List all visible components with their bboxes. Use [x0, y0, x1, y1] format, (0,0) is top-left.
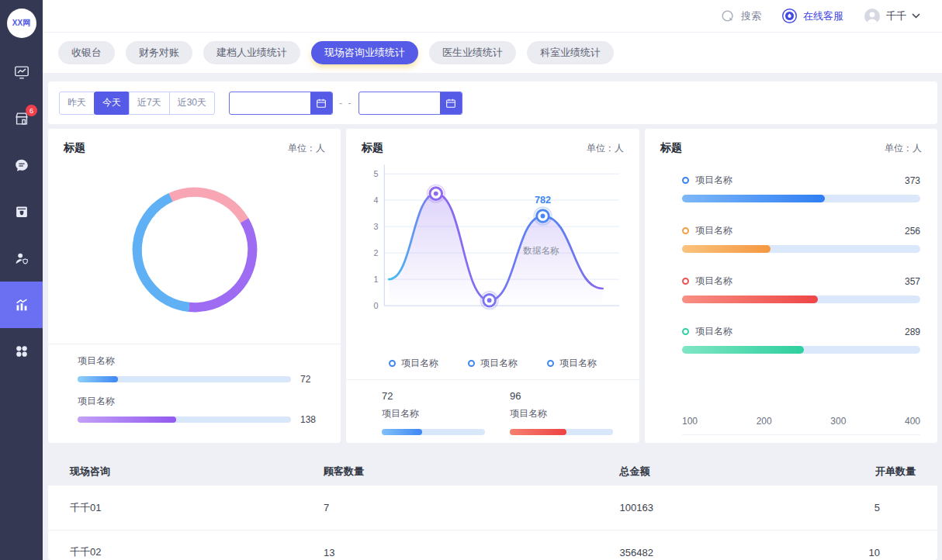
cell-customers: 7 — [324, 502, 620, 513]
end-date-input[interactable] — [359, 97, 434, 109]
hbar-value: 373 — [905, 175, 920, 186]
stat-block: 96 项目名称 — [510, 390, 613, 435]
axis-tick: 400 — [905, 416, 920, 427]
sidebar-item-store[interactable]: 6 — [0, 95, 43, 142]
calendar-icon — [315, 97, 327, 109]
search-icon — [720, 9, 736, 24]
sidebar-item-statistics[interactable] — [0, 282, 43, 328]
online-service-button[interactable]: 在线客服 — [781, 8, 843, 24]
legend-label: 项目名称 — [559, 357, 597, 370]
content: 昨天 今天 近7天 近30天 - - — [43, 73, 942, 560]
hbar-axis: 100 200 300 400 — [682, 416, 920, 435]
user-audit-icon — [13, 250, 30, 267]
legend-item[interactable]: 项目名称 — [468, 357, 518, 370]
legend-dot-icon — [682, 227, 689, 234]
progress-fill — [78, 417, 176, 423]
end-calendar-button[interactable] — [440, 92, 462, 115]
table-row[interactable]: 千千02 13 356482 10 — [48, 530, 937, 560]
legend-dot-icon — [682, 278, 689, 285]
store-badge: 6 — [26, 105, 37, 116]
filter-bar: 昨天 今天 近7天 近30天 - - — [48, 81, 937, 124]
sidebar-item-archive[interactable] — [0, 188, 43, 235]
username: 千千 — [886, 9, 906, 23]
col-header-amount: 总金额 — [620, 465, 806, 479]
stat-block: 72 项目名称 — [382, 390, 485, 435]
stat-value: 72 — [382, 390, 485, 402]
quick-range-group: 昨天 今天 近7天 近30天 — [59, 92, 215, 115]
sidebar-item-messages[interactable] — [0, 142, 43, 188]
tab-cashier[interactable]: 收银台 — [58, 41, 115, 64]
col-header-customers: 顾客数量 — [324, 465, 620, 479]
col-header-consult: 现场咨询 — [70, 465, 324, 479]
sidebar-item-users[interactable] — [0, 235, 43, 282]
donut-chart — [122, 177, 268, 323]
stat-track — [382, 429, 485, 435]
chat-icon — [13, 157, 30, 174]
legend-item[interactable]: 项目名称 — [547, 357, 597, 370]
main-area: 搜索 在线客服 千千 — [43, 0, 942, 560]
logo-text: XX网 — [12, 18, 30, 29]
donut-segment — [122, 177, 268, 323]
hbar-fill — [682, 296, 818, 303]
hbar-track — [682, 296, 920, 303]
legend-label: 项目名称 — [401, 357, 438, 370]
app-logo[interactable]: XX网 — [7, 9, 36, 38]
date-separator: - - — [339, 98, 352, 109]
y-tick-label: 1 — [374, 275, 379, 284]
cell-orders: 10 — [805, 547, 916, 558]
hbar-row: 项目名称 289 — [682, 325, 920, 354]
legend-dot-icon — [682, 177, 689, 184]
stat-label: 项目名称 — [382, 407, 485, 420]
table-row[interactable]: 千千01 7 100163 5 — [48, 486, 937, 530]
sidebar-item-apps[interactable] — [0, 328, 43, 375]
tab-bar: 收银台 财务对账 建档人业绩统计 现场咨询业绩统计 医生业绩统计 科室业绩统计 — [43, 33, 942, 73]
chevron-down-icon — [912, 13, 920, 19]
start-calendar-button[interactable] — [310, 92, 332, 115]
annotation-value: 782 — [535, 195, 551, 206]
tab-onsite-consult-performance[interactable]: 现场咨询业绩统计 — [311, 41, 418, 64]
charts-row: 标题 单位：人 项目名称 — [48, 129, 937, 443]
marker-dot — [541, 214, 545, 219]
apps-icon — [13, 343, 30, 360]
tab-finance-reconciliation[interactable]: 财务对账 — [126, 41, 192, 64]
range-today-button[interactable]: 今天 — [94, 92, 130, 115]
y-tick-label: 4 — [374, 195, 379, 205]
topbar: 搜索 在线客服 千千 — [43, 0, 942, 33]
tab-doctor-performance[interactable]: 医生业绩统计 — [429, 41, 516, 64]
line-chart-card: 标题 单位：人 — [346, 129, 639, 443]
end-date-box — [358, 92, 462, 115]
hbar-track — [682, 346, 920, 354]
range-yesterday-button[interactable]: 昨天 — [59, 92, 95, 115]
legend-dot-icon — [682, 328, 689, 335]
progress-track — [78, 376, 291, 382]
hbar-fill — [682, 245, 771, 253]
user-menu[interactable]: 千千 — [864, 8, 920, 25]
legend-item[interactable]: 项目名称 — [389, 357, 438, 370]
card-unit: 单位：人 — [885, 142, 922, 155]
app-root: XX网 6 — [0, 0, 942, 560]
card-title: 标题 — [64, 141, 85, 155]
progress-value: 72 — [300, 374, 322, 385]
line-legend: 项目名称 项目名称 项目名称 — [362, 355, 624, 379]
card-title: 标题 — [660, 141, 682, 155]
tab-department-performance[interactable]: 科室业绩统计 — [527, 41, 614, 64]
cell-amount: 356482 — [620, 547, 806, 558]
hbar-fill — [682, 195, 825, 202]
progress-row: 项目名称 72 — [78, 354, 322, 385]
start-date-input[interactable] — [230, 97, 304, 109]
sidebar: XX网 6 — [0, 0, 43, 560]
search-button[interactable]: 搜索 — [720, 9, 761, 24]
cell-orders: 5 — [805, 502, 916, 513]
tab-filing-performance[interactable]: 建档人业绩统计 — [203, 41, 300, 64]
hbar-row: 项目名称 373 — [682, 174, 920, 202]
range-30days-button[interactable]: 近30天 — [169, 92, 215, 115]
archive-icon — [13, 203, 30, 220]
donut-chart-card: 标题 单位：人 项目名称 — [48, 129, 341, 443]
calendar-icon — [445, 97, 457, 109]
stat-fill — [382, 429, 422, 435]
date-range-picker: - - — [229, 92, 462, 115]
card-unit: 单位：人 — [587, 142, 624, 155]
sidebar-item-dashboard[interactable] — [0, 49, 43, 95]
bar-chart-icon — [13, 296, 30, 313]
range-7days-button[interactable]: 近7天 — [129, 92, 170, 115]
